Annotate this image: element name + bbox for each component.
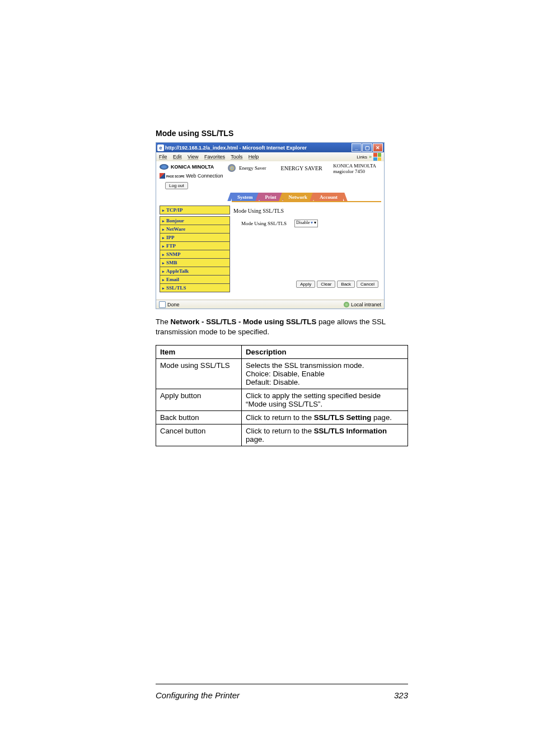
sidebar-item-ipp[interactable]: IPP	[160, 234, 229, 242]
sidebar-item-snmp[interactable]: SNMP	[160, 250, 229, 259]
menu-tools[interactable]: Tools	[231, 154, 242, 160]
device-model: magicolor 7450	[333, 169, 376, 174]
sidebar-item-appletalk[interactable]: AppleTalk	[160, 267, 229, 276]
section-heading: Mode using SSL/TLS	[156, 129, 408, 138]
sidebar-item-smb[interactable]: SMB	[160, 259, 229, 267]
table-cell-item: Mode using SSL/TLS	[156, 358, 242, 389]
energy-status: ENERGY SAVER	[281, 165, 322, 171]
menubar-items: File Edit View Favorites Tools Help	[159, 154, 263, 160]
sidebar-item-email[interactable]: Email	[160, 276, 229, 284]
links-label[interactable]: Links	[357, 155, 367, 160]
menubar: File Edit View Favorites Tools Help Link…	[156, 152, 384, 162]
pagescope-text: PAGE SCOPE Web Connection	[166, 174, 223, 178]
links-arrow-icon: »	[369, 154, 372, 160]
sidebar-item-netware[interactable]: NetWare	[160, 225, 229, 234]
pane-field-label: Mode Using SSL/TLS	[241, 221, 287, 226]
maximize-icon[interactable]: ▢	[362, 143, 372, 152]
energy-saver-icon	[228, 164, 236, 172]
page-number: 323	[394, 690, 408, 700]
tab-system[interactable]: System	[232, 193, 259, 201]
window-titlebar: e http://192.168.1.2/a_index.html - Micr…	[156, 143, 384, 152]
menu-help[interactable]: Help	[249, 154, 259, 160]
zone-icon	[344, 302, 349, 307]
logout-button[interactable]: Log out	[165, 182, 188, 189]
table-header-desc: Description	[242, 345, 408, 358]
sidebar-item-tcpip[interactable]: TCP/IP	[160, 206, 229, 214]
mode-select[interactable]: Disable ▾	[294, 220, 318, 227]
energy-label: Energy Saver	[239, 165, 266, 171]
table-cell-item: Apply button	[156, 389, 242, 410]
device-brand: KONICA MINOLTA	[333, 163, 376, 169]
menu-view[interactable]: View	[188, 154, 198, 160]
ie-icon: e	[157, 144, 164, 151]
tab-account[interactable]: Account	[314, 193, 343, 201]
description-table: Item Description Mode using SSL/TLS Sele…	[156, 345, 408, 446]
footer-title: Configuring the Printer	[156, 690, 240, 700]
konica-logo-icon	[160, 164, 168, 170]
table-cell-desc: Click to return to the SSL/TLS Informati…	[242, 424, 408, 446]
table-row: Back button Click to return to the SSL/T…	[156, 410, 408, 424]
brand-text: KONICA MINOLTA	[171, 164, 214, 170]
pane-title: Mode Using SSL/TLS	[233, 208, 381, 214]
tab-print[interactable]: Print	[260, 193, 282, 201]
back-button[interactable]: Back	[337, 281, 355, 288]
tab-network[interactable]: Network	[283, 193, 313, 201]
page-icon	[159, 301, 166, 308]
status-text: Done	[167, 302, 180, 307]
apply-button[interactable]: Apply	[296, 281, 315, 288]
table-row: Cancel button Click to return to the SSL…	[156, 424, 408, 446]
intro-paragraph: The Network - SSL/TLS - Mode using SSL/T…	[156, 317, 408, 337]
menu-file[interactable]: File	[159, 154, 167, 160]
sidebar-item-ftp[interactable]: FTP	[160, 242, 229, 250]
screenshot-embed: e http://192.168.1.2/a_index.html - Micr…	[156, 142, 385, 309]
zone-text: Local intranet	[351, 302, 381, 307]
close-icon[interactable]: ✕	[373, 143, 383, 152]
minimize-icon[interactable]: _	[352, 143, 362, 152]
tab-underline	[232, 201, 381, 202]
clear-button[interactable]: Clear	[317, 281, 335, 288]
table-cell-desc: Click to return to the SSL/TLS Setting p…	[242, 410, 408, 424]
table-cell-desc: Click to apply the setting specified bes…	[242, 389, 408, 410]
sidebar-item-ssltls[interactable]: SSL/TLS	[160, 284, 229, 292]
cancel-button[interactable]: Cancel	[357, 281, 378, 288]
table-cell-desc: Selects the SSL transmission mode. Choic…	[242, 358, 408, 389]
table-row: Mode using SSL/TLS Selects the SSL trans…	[156, 358, 408, 389]
table-row: Apply button Click to apply the setting …	[156, 389, 408, 410]
table-cell-item: Back button	[156, 410, 242, 424]
sidebar-item-bonjour[interactable]: Bonjour	[160, 217, 229, 225]
statusbar: Done Local intranet	[156, 300, 384, 309]
pagescope-icon	[160, 173, 165, 179]
sidebar: TCP/IP Bonjour NetWare IPP FTP SNMP SMB …	[156, 206, 230, 294]
menu-favorites[interactable]: Favorites	[204, 154, 225, 160]
menu-edit[interactable]: Edit	[173, 154, 182, 160]
footer-rule	[156, 684, 408, 684]
windows-logo-icon	[373, 153, 381, 161]
table-header-item: Item	[156, 345, 242, 358]
window-title: http://192.168.1.2/a_index.html - Micros…	[165, 145, 307, 151]
table-cell-item: Cancel button	[156, 424, 242, 446]
